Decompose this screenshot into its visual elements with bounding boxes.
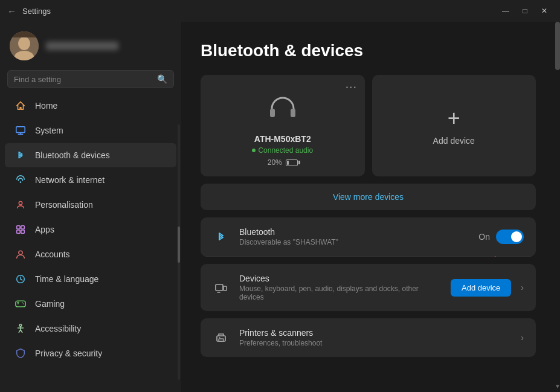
sidebar-item-bluetooth[interactable]: Bluetooth & devices xyxy=(5,143,176,167)
maximize-button[interactable]: □ xyxy=(517,5,533,17)
personalisation-icon xyxy=(14,199,27,211)
main-scrollbar-track: ▼ xyxy=(555,22,560,392)
devices-section: Devices Mouse, keyboard, pen, audio, dis… xyxy=(201,264,536,311)
svg-point-13 xyxy=(19,251,22,254)
network-icon xyxy=(14,174,27,186)
apps-icon xyxy=(14,223,27,236)
sidebar-item-time-label: Time & language xyxy=(35,274,98,284)
device-battery: 20% xyxy=(210,158,355,167)
main-scrollbar-thumb xyxy=(555,22,560,70)
window-controls: — □ ✕ xyxy=(497,5,553,17)
sidebar-scrollbar-track xyxy=(178,124,180,380)
search-icon: 🔍 xyxy=(157,74,167,84)
sidebar-item-apps[interactable]: Apps xyxy=(5,217,176,242)
bluetooth-toggle-label: On xyxy=(478,232,490,242)
svg-rect-11 xyxy=(17,230,20,233)
sidebar-item-apps-label: Apps xyxy=(35,225,54,234)
view-more-devices[interactable]: View more devices xyxy=(201,184,536,210)
devices-chevron: › xyxy=(521,283,524,292)
sidebar-item-privacy-label: Privacy & security xyxy=(35,349,102,358)
sidebar-item-accounts-label: Accounts xyxy=(35,249,70,259)
add-device-card[interactable]: + Add device xyxy=(372,75,536,176)
bluetooth-row: Bluetooth Discoverable as "SHASHWAT" On xyxy=(201,217,536,257)
svg-rect-10 xyxy=(21,226,24,229)
sidebar-item-home[interactable]: Home xyxy=(5,94,176,118)
add-device-button[interactable]: Add device xyxy=(451,279,511,297)
devices-label: Devices xyxy=(239,274,441,283)
app-body: 🔍 Home System xyxy=(0,22,560,392)
svg-rect-23 xyxy=(291,109,295,117)
sidebar-item-network-label: Network & internet xyxy=(35,175,105,185)
sidebar-item-personalisation[interactable]: Personalisation xyxy=(5,193,176,217)
devices-setting-icon xyxy=(213,279,230,296)
page-title: Bluetooth & devices xyxy=(201,41,536,60)
bluetooth-section: Bluetooth Discoverable as "SHASHWAT" On xyxy=(201,217,536,257)
bluetooth-setting-text: Bluetooth Discoverable as "SHASHWAT" xyxy=(239,227,469,246)
printers-chevron: › xyxy=(521,333,524,342)
devices-row: Devices Mouse, keyboard, pen, audio, dis… xyxy=(201,264,536,311)
devices-sublabel: Mouse, keyboard, pen, audio, displays an… xyxy=(239,284,441,301)
headphone-svg xyxy=(266,92,300,126)
sidebar-item-accessibility[interactable]: Accessibility xyxy=(5,316,176,341)
sidebar-item-home-label: Home xyxy=(35,101,57,111)
bluetooth-setting-icon xyxy=(213,228,230,245)
search-box[interactable]: 🔍 xyxy=(7,70,174,88)
sidebar-item-network[interactable]: Network & internet xyxy=(5,168,176,192)
sidebar-scrollbar-thumb xyxy=(178,227,180,263)
sidebar-item-system-label: System xyxy=(35,126,63,135)
app-title: Settings xyxy=(22,7,51,16)
svg-rect-12 xyxy=(21,230,24,233)
nav-list: Home System Bluetooth & devices xyxy=(0,93,181,366)
sidebar: 🔍 Home System xyxy=(0,22,181,392)
printers-label: Printers & scanners xyxy=(239,328,511,338)
svg-point-20 xyxy=(23,303,24,304)
device-cards: ··· ATH-M50xBT2 Connected audio 20% xyxy=(201,75,536,176)
battery-fill xyxy=(287,161,289,165)
sidebar-item-privacy[interactable]: Privacy & security xyxy=(5,341,176,365)
sidebar-item-accounts[interactable]: Accounts xyxy=(5,242,176,266)
title-bar-left: ← Settings xyxy=(7,6,51,16)
sidebar-item-system[interactable]: System xyxy=(5,118,176,143)
battery-icon xyxy=(286,159,298,166)
devices-setting-text: Devices Mouse, keyboard, pen, audio, dis… xyxy=(239,274,441,301)
add-device-icon: + xyxy=(448,106,460,131)
svg-point-21 xyxy=(19,324,22,327)
svg-rect-22 xyxy=(270,109,275,117)
svg-point-19 xyxy=(22,303,23,304)
svg-rect-9 xyxy=(17,226,20,229)
add-device-label: Add device xyxy=(433,136,475,146)
user-name xyxy=(46,42,118,50)
svg-rect-24 xyxy=(216,284,223,291)
user-section xyxy=(0,22,181,68)
accessibility-icon xyxy=(14,323,27,335)
minimize-button[interactable]: — xyxy=(497,5,514,17)
close-button[interactable]: ✕ xyxy=(536,5,553,17)
device-card-menu[interactable]: ··· xyxy=(346,82,357,93)
svg-rect-28 xyxy=(219,339,224,341)
privacy-icon xyxy=(14,347,27,359)
headphone-icon xyxy=(263,89,302,128)
back-icon[interactable]: ← xyxy=(7,6,16,16)
printers-setting-icon xyxy=(213,329,230,346)
scroll-down-arrow: ▼ xyxy=(555,383,560,390)
sidebar-item-bluetooth-label: Bluetooth & devices xyxy=(35,150,110,160)
printers-setting-text: Printers & scanners Preferences, trouble… xyxy=(239,328,511,347)
bluetooth-label: Bluetooth xyxy=(239,227,469,237)
bluetooth-toggle-area: On xyxy=(478,230,524,244)
home-icon xyxy=(14,100,27,112)
svg-point-7 xyxy=(20,181,22,183)
bluetooth-toggle[interactable] xyxy=(496,230,524,244)
sidebar-item-accessibility-label: Accessibility xyxy=(35,324,81,333)
svg-point-1 xyxy=(18,37,30,50)
status-dot xyxy=(252,149,256,152)
bluetooth-sublabel: Discoverable as "SHASHWAT" xyxy=(239,238,469,246)
sidebar-item-gaming[interactable]: Gaming xyxy=(5,292,176,316)
svg-rect-3 xyxy=(10,31,39,37)
avatar xyxy=(10,31,39,60)
main-content: Bluetooth & devices ··· ATH-M50xBT2 Co xyxy=(181,22,555,392)
toggle-thumb xyxy=(511,231,522,242)
search-input[interactable] xyxy=(14,75,152,84)
svg-rect-25 xyxy=(224,286,227,291)
sidebar-item-time[interactable]: Time & language xyxy=(5,267,176,291)
gaming-icon xyxy=(14,298,27,310)
